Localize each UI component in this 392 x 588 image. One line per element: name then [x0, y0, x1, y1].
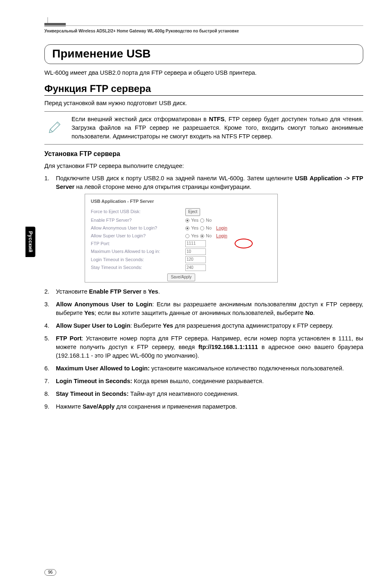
- step: Login Timeout in Seconds: Когда время вы…: [44, 377, 363, 386]
- radio-yes[interactable]: [185, 226, 189, 230]
- step-text: в: [141, 288, 148, 295]
- radio-label: No: [206, 217, 212, 224]
- step: Stay Timeout in Seconds: Тайм-аут для не…: [44, 390, 363, 398]
- step-bold: Allow Super User to Login: [56, 322, 130, 329]
- step-text: на левой стороне меню для открытия стран…: [74, 184, 251, 190]
- step-text: для разрешения доступа администратору к …: [173, 322, 333, 329]
- step-text: Установите: [56, 288, 89, 295]
- max-users-input[interactable]: 10: [185, 248, 206, 255]
- step-bold: Yes: [163, 322, 173, 329]
- eject-button[interactable]: Eject: [185, 208, 200, 216]
- note-bold: NTFS: [209, 116, 224, 122]
- radio-label: Yes: [191, 217, 198, 224]
- step-text: для сохранения и применения параметров.: [115, 403, 237, 410]
- step-bold: No: [305, 310, 313, 316]
- lead-text: Для установки FTP сервера выполните след…: [44, 162, 363, 170]
- note-box: Если внешний жесткий диск отформатирован…: [44, 111, 363, 145]
- radio-label: Yes: [191, 233, 198, 239]
- login-timeout-input[interactable]: 120: [185, 256, 206, 263]
- field-label: Force to Eject USB Disk:: [91, 209, 185, 215]
- step-text: : Выберите: [130, 322, 163, 329]
- step-text: .: [313, 310, 315, 316]
- note-text: Если внешний жесткий диск отформатирован…: [71, 115, 363, 141]
- step-bold: Login Timeout in Seconds:: [56, 378, 132, 384]
- login-link[interactable]: Login: [216, 225, 227, 232]
- steps-list: Подключите USB диск к порту USB2.0 на за…: [44, 174, 363, 411]
- radio-no[interactable]: [200, 226, 204, 230]
- step: Maximum User Allowed to Login: установит…: [44, 364, 363, 373]
- svg-line-4: [50, 129, 53, 132]
- step-bold: Stay Timeout in Seconds:: [56, 390, 129, 397]
- field-label: Allow Anonymous User to Login?: [91, 225, 185, 232]
- step-bold: Enable FTP Server: [89, 288, 141, 295]
- preparation-text: Перед установкой вам нужно подготовит US…: [44, 99, 363, 107]
- note-fragment: Если внешний жесткий диск отформатирован…: [71, 116, 209, 122]
- field-label: Login Timeout in Seconds:: [91, 257, 185, 263]
- row-enable: Enable FTP Server? Yes No: [91, 217, 272, 224]
- panel-title: USB Application - FTP Server: [91, 198, 272, 205]
- ftp-port-input[interactable]: 1111: [185, 240, 206, 247]
- field-label: Enable FTP Server?: [91, 217, 185, 224]
- radio-no[interactable]: [200, 218, 204, 223]
- row-anon: Allow Anonymous User to Login? Yes No Lo…: [91, 225, 272, 232]
- row-stay-timeout: Stay Timeout in Seconds: 240: [91, 264, 272, 271]
- step: Подключите USB диск к порту USB2.0 на за…: [44, 174, 363, 283]
- ftp-config-screenshot: USB Application - FTP Server Force to Ej…: [85, 194, 278, 283]
- step: Установите Enable FTP Server в Yes.: [44, 287, 363, 296]
- section-title-box: Применение USB: [44, 44, 363, 64]
- stay-timeout-input[interactable]: 240: [185, 264, 206, 271]
- step: Нажмите Save/Apply для сохранения и прим…: [44, 402, 363, 411]
- radio-no[interactable]: [200, 234, 204, 238]
- step-text: установите максимальное количество подкл…: [150, 365, 344, 372]
- row-force-eject: Force to Eject USB Disk: Eject: [91, 208, 272, 216]
- row-max: Maximum Users Allowed to Log in: 10: [91, 248, 272, 255]
- field-label: FTP Port:: [91, 241, 185, 247]
- page-number: 96: [44, 569, 56, 576]
- setup-heading: Установка FTP сервера: [44, 150, 363, 158]
- field-label: Stay Timeout in Seconds:: [91, 264, 185, 271]
- radio-label: No: [206, 233, 212, 239]
- router-icon: [44, 16, 61, 25]
- row-super: Allow Super User to Login? Yes No Login: [91, 233, 272, 239]
- intro-text: WL-600g имеет два USB2.0 порта для FTP с…: [44, 69, 363, 77]
- step-bold: ftp://192.168.1.1:1111: [198, 344, 258, 350]
- row-login-timeout: Login Timeout in Seconds: 120: [91, 256, 272, 263]
- save-apply-button[interactable]: Save/Apply: [167, 273, 196, 281]
- svg-rect-1: [44, 23, 66, 25]
- step-bold: Allow Anonymous User to Login: [56, 301, 152, 308]
- language-tab: Русский: [25, 227, 35, 257]
- step-text: ; если вы хотите защитить данные от анон…: [95, 310, 305, 316]
- step-text: .: [158, 288, 160, 295]
- field-label: Maximum Users Allowed to Log in:: [91, 248, 185, 255]
- radio-yes[interactable]: [185, 234, 189, 238]
- pencil-icon: [44, 115, 64, 141]
- header-text: Универсальный Wireless ADSL2/2+ Home Gat…: [44, 29, 239, 33]
- step: FTP Port: Установите номер порта для FTP…: [44, 334, 363, 360]
- step-bold: FTP Port: [56, 335, 82, 342]
- field-label: Allow Super User to Login?: [91, 233, 185, 239]
- step-bold: Save/Apply: [83, 403, 115, 410]
- header-bar: Универсальный Wireless ADSL2/2+ Home Gat…: [44, 25, 363, 34]
- radio-label: Yes: [191, 225, 198, 232]
- step-bold: Yes: [148, 288, 158, 295]
- step-text: Подключите USB диск к порту USB2.0 на за…: [56, 175, 295, 181]
- section-title: Применение USB: [52, 47, 355, 60]
- login-link[interactable]: Login: [216, 233, 227, 239]
- page-content: Применение USB WL-600g имеет два USB2.0 …: [44, 44, 363, 415]
- step-text: Нажмите: [56, 403, 83, 410]
- step-bold: Maximum User Allowed to Login:: [56, 365, 150, 372]
- radio-label: No: [206, 225, 212, 232]
- sub-title: Функция FTP сервера: [44, 83, 363, 96]
- step: Allow Super User to Login: Выберите Yes …: [44, 322, 363, 330]
- step-text: Тайм-аут для неактивного соединения.: [129, 390, 239, 397]
- step-bold: Yes: [84, 310, 95, 316]
- radio-yes[interactable]: [185, 218, 189, 223]
- step: Allow Anonymous User to Login: Если вы р…: [44, 300, 363, 317]
- step-text: Когда время вышло, соединение разрываетс…: [132, 378, 264, 384]
